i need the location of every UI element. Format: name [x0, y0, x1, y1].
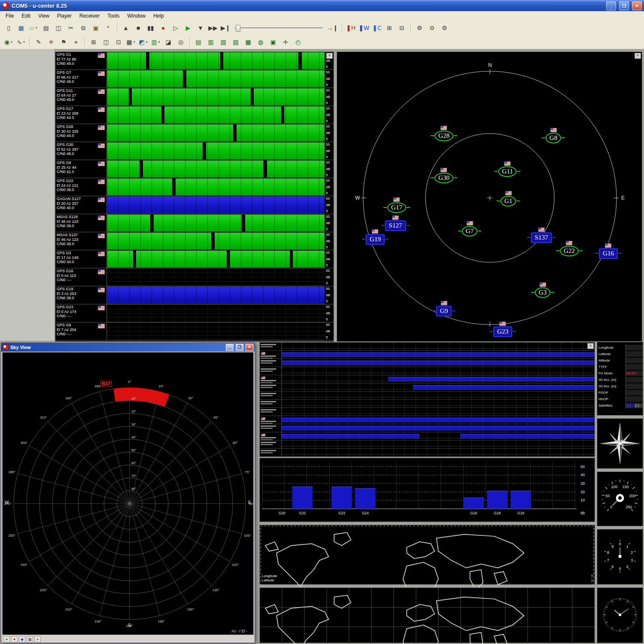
us-flag-icon	[261, 377, 266, 379]
eject-button[interactable]: ▲	[120, 22, 132, 33]
db-scale: 55dB5	[325, 196, 334, 214]
menu-edit[interactable]: Edit	[18, 12, 34, 20]
settings-gear-2-button[interactable]: ⚙	[426, 22, 438, 33]
satellite-label: G23	[497, 328, 508, 335]
pause-button[interactable]: ▮▮	[145, 22, 157, 33]
save-file-button[interactable]: ▦	[15, 22, 27, 33]
table-view-button[interactable]: ▦▼	[125, 36, 137, 48]
measure-button[interactable]: ⌖	[70, 36, 82, 48]
packet-console-button[interactable]: ▥	[205, 36, 217, 48]
skip-forward-button[interactable]: ▶❙	[219, 22, 232, 33]
close-button[interactable]: ✕	[632, 1, 642, 10]
data-row-2d-acc-m-: 2D Acc. [m]	[597, 383, 643, 389]
histogram-view-button[interactable]: ▥▼	[150, 36, 162, 48]
slider-thumb[interactable]	[236, 25, 240, 32]
crosshair-status-icon[interactable]: ⌖	[34, 636, 41, 642]
close-icon[interactable]: ×	[587, 343, 594, 349]
close-icon[interactable]: ×	[326, 53, 333, 59]
scale-max: 55	[326, 125, 330, 128]
summary-view-button[interactable]: ⊡	[112, 36, 125, 48]
maximize-button[interactable]: ❐	[619, 1, 629, 10]
paste-button[interactable]: ▣	[90, 22, 102, 33]
map-view-button[interactable]: ▣	[267, 36, 279, 48]
warm-start-button[interactable]: ❚W	[357, 22, 371, 33]
print-preview-button[interactable]: ◫	[52, 22, 64, 33]
hot-start-button[interactable]: ❚H	[345, 22, 357, 33]
views-dropdown[interactable]: ◉▼	[3, 36, 15, 48]
satellite-cn0: C/N0 --.-	[57, 314, 96, 319]
playback-slider[interactable]	[235, 24, 323, 32]
magic-wand-button[interactable]: ✎	[33, 36, 45, 48]
menu-player[interactable]: Player	[53, 12, 76, 20]
menu-view[interactable]: View	[34, 12, 53, 20]
step-back-button[interactable]: ▷	[170, 22, 182, 33]
new-file-button[interactable]: ▯	[3, 22, 15, 33]
messages-view-icon: ▨	[233, 39, 238, 45]
history-row-label	[260, 359, 282, 367]
message-config-button[interactable]: ⊟	[396, 22, 408, 33]
satellite-status-icon[interactable]: ◆	[19, 636, 25, 642]
satellite-signal-row: GPS G11El 64 Az 27C/N0 45.055dB5	[55, 88, 334, 106]
caret-down-icon: ▼	[158, 41, 161, 43]
camera-view-button[interactable]: ◎	[175, 36, 187, 48]
copy-button[interactable]: ⧉	[77, 22, 89, 33]
docking-windows-button[interactable]: ⊞	[88, 36, 100, 48]
menu-receiver[interactable]: Receiver	[76, 12, 103, 20]
chart-view-button[interactable]: ◩▼	[137, 36, 149, 48]
scale-unit: dB	[326, 294, 330, 297]
menu-tools[interactable]: Tools	[103, 12, 123, 20]
sky-view-titlebar[interactable]: Sky View _ ❐ ✕	[1, 343, 255, 352]
split-view-button[interactable]: ◫	[100, 36, 112, 48]
open-file-button[interactable]: ▱▼	[27, 22, 39, 33]
compass-view-button[interactable]: ✛	[279, 36, 292, 48]
satellite-cn0: C/N0 44.0	[57, 134, 96, 138]
record-button[interactable]: ●	[157, 22, 169, 33]
db-scale: 55dB5	[325, 106, 334, 124]
scale-min: 5	[326, 246, 328, 249]
cold-start-button[interactable]: ❚C	[371, 22, 383, 33]
menu-help[interactable]: Help	[149, 12, 168, 20]
minimize-button[interactable]: _	[606, 1, 616, 10]
svg-text:G22: G22	[299, 511, 306, 515]
satellite-info: GPS G19El 3 Az 253C/N0 39.0	[55, 286, 96, 304]
text-console-button[interactable]: ▤	[192, 36, 204, 48]
binary-console-button[interactable]: ▧	[217, 36, 229, 48]
play-button[interactable]: ▶	[182, 22, 194, 33]
fast-forward-button[interactable]: ▶▶	[207, 22, 219, 33]
menu-window[interactable]: Window	[123, 12, 149, 20]
statistics-view-button[interactable]: ◪	[162, 36, 174, 48]
minimize-button[interactable]: _	[226, 344, 234, 351]
satellite-signal-row: GPS G16El 0 Az 113C/N0 --.-55dB5	[55, 268, 334, 286]
sky-view-button[interactable]: ◍	[255, 36, 267, 48]
messages-view-button[interactable]: ▨	[230, 36, 242, 48]
satellite-cn0: C/N0 45.0	[57, 97, 96, 102]
marker-button[interactable]: ⚑	[58, 36, 70, 48]
measure-icon: ⌖	[74, 39, 78, 45]
cut-button[interactable]: ✂	[65, 22, 77, 33]
connection-status-icon[interactable]: ●	[3, 636, 10, 642]
play-options-button[interactable]: ▼	[194, 22, 207, 33]
stop-button[interactable]: ■	[132, 22, 144, 33]
settings-gear-3-button[interactable]: ⚙	[438, 22, 450, 33]
close-icon[interactable]: ×	[635, 53, 641, 59]
caret-down-icon: ▼	[133, 41, 136, 43]
sparkle-button[interactable]: ✳	[45, 36, 57, 48]
goto-end-button[interactable]: →❙	[326, 22, 340, 33]
close-button[interactable]: ✕	[246, 344, 253, 351]
satellite-elaz: El 64 Az 27	[57, 93, 96, 98]
record-status-icon[interactable]: ●	[11, 636, 18, 642]
grid-status-icon[interactable]: ▦	[27, 636, 33, 642]
print-button[interactable]: ▤	[40, 22, 52, 33]
menu-file[interactable]: File	[2, 12, 18, 20]
messages-dropdown[interactable]: ∿▼	[15, 36, 27, 48]
table-view-icon: ▦	[126, 39, 132, 45]
settings-gear-1-button[interactable]: ⚙	[413, 22, 425, 33]
signal-bar-track	[106, 196, 325, 214]
poll-button[interactable]: *	[102, 22, 114, 33]
clock-view-button[interactable]: ◴	[292, 36, 304, 48]
svg-text:G19: G19	[517, 511, 524, 515]
gnss-config-button[interactable]: ⊞	[383, 22, 395, 33]
maximize-button[interactable]: ❐	[236, 344, 243, 351]
us-flag-icon	[372, 229, 379, 234]
configuration-view-button[interactable]: ▩	[242, 36, 254, 48]
